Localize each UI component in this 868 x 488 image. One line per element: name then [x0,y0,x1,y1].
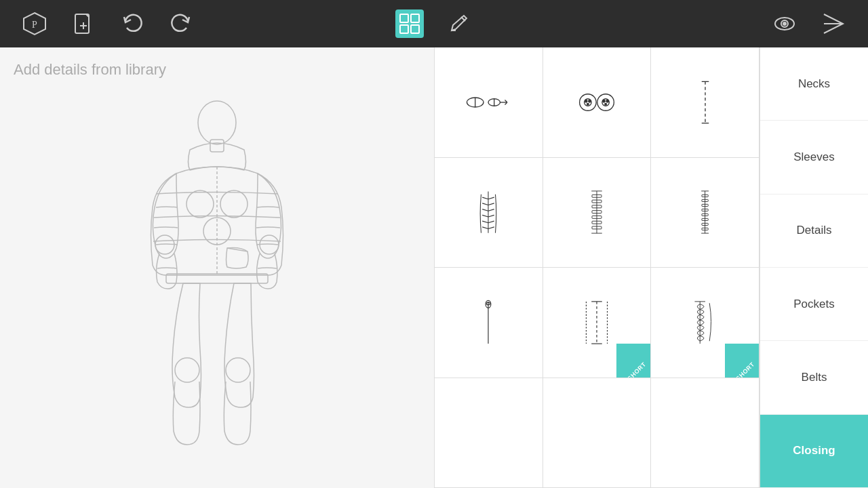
library-icon[interactable] [395,9,424,38]
grid-cell-r4c1[interactable] [435,378,543,489]
grid-cell-r4c3[interactable] [651,378,760,489]
svg-rect-9 [411,25,419,33]
grid-cell-r3c3[interactable]: SHORT [651,268,760,378]
send-icon[interactable] [819,9,848,38]
toolbar: P [0,0,868,47]
svg-point-35 [580,94,597,111]
svg-point-20 [186,190,214,218]
toolbar-left: P [20,9,195,38]
svg-line-49 [483,197,489,199]
svg-rect-6 [400,14,408,22]
main-area: Add details from library [0,47,868,488]
redo-icon[interactable] [167,9,195,38]
short-label: SHORT [627,361,648,378]
category-pockets[interactable]: Pockets [760,268,868,341]
svg-point-21 [220,190,248,218]
svg-point-40 [597,94,614,111]
svg-point-42 [603,100,606,102]
svg-line-60 [488,227,494,229]
grid-cell-r4c2[interactable] [543,378,652,489]
undo-icon[interactable] [118,9,146,38]
svg-line-55 [488,197,494,199]
category-sidebar: Necks Sleeves Details Pockets Belts Clos… [760,47,868,488]
short-badge-r3c2: SHORT [616,344,650,378]
svg-point-43 [606,100,609,102]
grid-cell-r3c1[interactable] [435,268,543,378]
svg-line-58 [488,216,494,218]
category-necks[interactable]: Necks [760,47,868,121]
canvas-area: Add details from library [0,47,434,488]
svg-rect-2 [75,14,89,33]
svg-line-52 [483,216,489,218]
category-sleeves[interactable]: Sleeves [760,121,868,194]
svg-rect-17 [210,140,224,152]
new-file-icon[interactable] [69,9,98,38]
items-grid: SHORT SHORT [434,47,760,488]
mannequin-figure [122,85,312,479]
svg-point-14 [783,22,786,25]
svg-line-53 [483,221,489,223]
svg-line-57 [488,209,494,211]
short-badge-r3c3: SHORT [725,344,759,378]
figure-container [14,85,420,479]
toolbar-right [770,9,848,38]
svg-point-16 [198,101,236,144]
category-closing[interactable]: Closing [760,415,868,488]
canvas-hint: Add details from library [14,61,420,79]
svg-line-51 [483,209,489,211]
svg-line-10 [461,17,465,21]
svg-rect-8 [400,25,408,33]
draw-icon[interactable] [444,9,473,38]
category-belts[interactable]: Belts [760,341,868,414]
grid-cell-r1c3[interactable] [651,47,760,158]
svg-point-37 [585,100,587,102]
svg-line-56 [488,203,494,205]
svg-point-44 [605,103,607,105]
grid-cell-r3c2[interactable]: SHORT [543,268,652,378]
grid-cell-r2c3[interactable] [651,158,760,268]
category-details[interactable]: Details [760,195,868,268]
svg-point-39 [587,103,589,105]
svg-point-38 [589,100,591,102]
svg-point-27 [226,358,250,382]
grid-cell-r2c1[interactable] [435,158,543,268]
toolbar-center [395,9,473,38]
svg-point-26 [175,358,199,382]
svg-line-54 [483,227,489,229]
short-label-2: SHORT [734,361,755,378]
grid-cell-r1c1[interactable] [435,47,543,158]
grid-cell-r1c2[interactable] [543,47,652,158]
svg-line-59 [488,221,494,223]
svg-text:P: P [32,20,37,30]
grid-cell-r2c2[interactable] [543,158,652,268]
view-icon[interactable] [770,9,799,38]
svg-line-50 [483,203,489,205]
svg-rect-7 [411,14,419,22]
right-panel: SHORT SHORT [434,47,868,488]
logo-icon[interactable]: P [20,9,49,38]
